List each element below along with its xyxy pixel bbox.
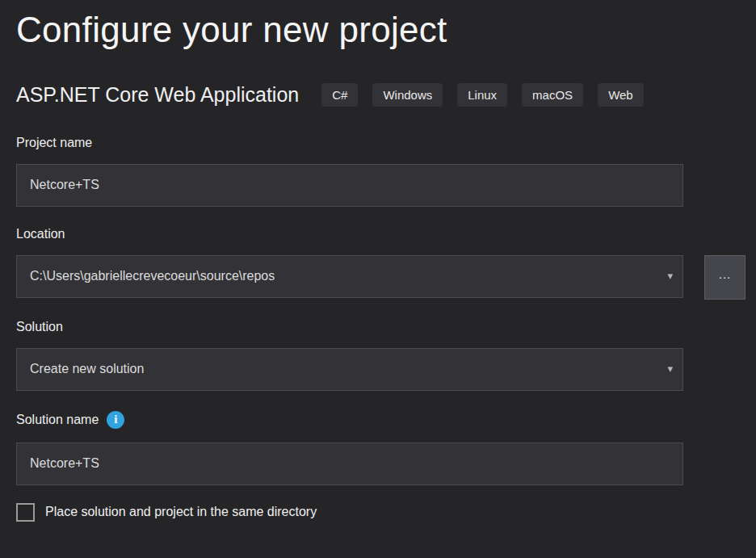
template-tag-list: C# Windows Linux macOS Web <box>321 83 644 107</box>
info-icon[interactable]: i <box>107 411 124 429</box>
configure-project-dialog: Configure your new project ASP.NET Core … <box>0 0 756 558</box>
same-directory-checkbox-label: Place solution and project in the same d… <box>45 505 317 519</box>
solution-select[interactable]: Create new solution ▾ <box>16 348 683 391</box>
tag-web: Web <box>598 83 644 107</box>
tag-linux: Linux <box>457 83 507 107</box>
solution-row: Create new solution ▾ <box>16 348 756 391</box>
template-row: ASP.NET Core Web Application C# Windows … <box>16 83 756 107</box>
location-combobox[interactable]: C:\Users\gabriellecrevecoeur\source\repo… <box>16 255 683 298</box>
template-name: ASP.NET Core Web Application <box>16 83 299 107</box>
page-title: Configure your new project <box>16 0 756 51</box>
location-label: Location <box>16 227 756 241</box>
tag-macos: macOS <box>522 83 583 107</box>
project-name-input[interactable] <box>16 164 683 207</box>
solution-name-label-row: Solution name i <box>16 411 756 429</box>
browse-location-button[interactable]: ... <box>704 255 746 300</box>
chevron-down-icon[interactable]: ▾ <box>667 363 673 374</box>
location-row: C:\Users\gabriellecrevecoeur\source\repo… <box>16 255 756 300</box>
location-value: C:\Users\gabriellecrevecoeur\source\repo… <box>30 269 275 283</box>
same-directory-checkbox[interactable] <box>16 503 35 522</box>
same-directory-checkbox-row[interactable]: Place solution and project in the same d… <box>16 503 756 522</box>
chevron-down-icon[interactable]: ▾ <box>667 271 673 281</box>
solution-label: Solution <box>16 320 756 334</box>
project-name-label: Project name <box>16 136 756 150</box>
solution-name-label: Solution name <box>16 413 99 427</box>
solution-name-input[interactable] <box>16 443 683 485</box>
solution-value: Create new solution <box>30 362 144 376</box>
tag-windows: Windows <box>372 83 443 107</box>
tag-csharp: C# <box>321 83 358 107</box>
